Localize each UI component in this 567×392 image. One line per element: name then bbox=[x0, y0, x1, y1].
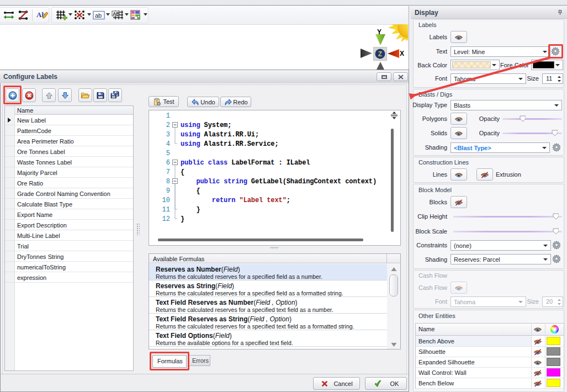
svg-text:Z: Z bbox=[378, 50, 382, 58]
svg-text:ab: ab bbox=[95, 12, 102, 19]
svg-text:AB: AB bbox=[113, 11, 119, 17]
